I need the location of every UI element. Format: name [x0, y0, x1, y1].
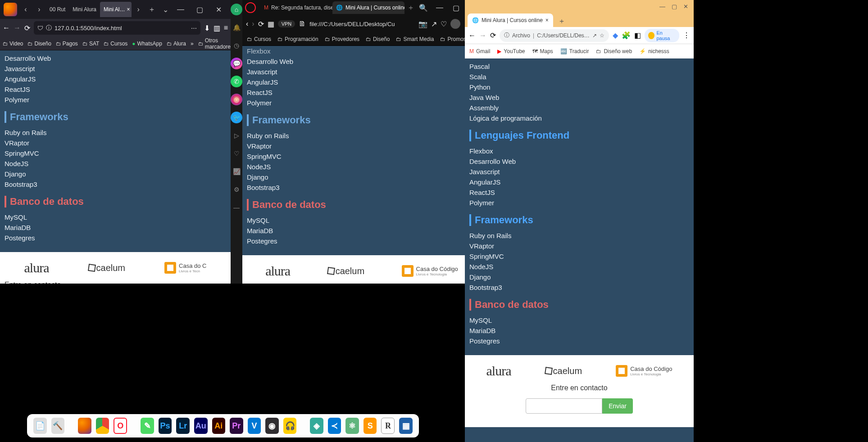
url-input[interactable]: 🛡 ⓘ 127.0.0.1:5500/index.html ⋯ — [34, 21, 200, 35]
list-item[interactable]: SpringMVC — [469, 251, 689, 262]
dock-app-editor-icon[interactable]: ✎ — [141, 418, 154, 434]
bookmark-item[interactable]: ●WhatsApp — [132, 41, 162, 47]
list-item[interactable]: Javascript — [247, 67, 477, 77]
contact-input[interactable] — [526, 398, 602, 414]
list-item[interactable]: Postegres — [469, 336, 689, 346]
list-item[interactable]: Django — [247, 172, 477, 182]
back-icon[interactable]: ← — [468, 32, 476, 40]
meatball-icon[interactable]: ⋯ — [191, 25, 197, 32]
dock-app-virtualbox-icon[interactable]: ▦ — [399, 418, 413, 434]
forward-icon[interactable]: → — [14, 24, 21, 32]
dock-app-xcode-icon[interactable]: 🔨 — [51, 418, 65, 434]
logo-caelum[interactable]: caelum — [88, 263, 125, 273]
reload-icon[interactable]: ⟳ — [258, 20, 264, 28]
list-item[interactable]: Polymer — [469, 198, 689, 208]
profile-pause-badge[interactable]: En pausa — [645, 29, 679, 42]
library-icon[interactable]: ▥ — [214, 24, 220, 32]
share-icon[interactable]: ↗ — [592, 32, 597, 39]
extensions-icon[interactable]: 🧩 — [622, 31, 631, 40]
player-icon[interactable]: ▷ — [231, 130, 242, 141]
list-item[interactable]: Assembly — [469, 103, 689, 113]
list-item[interactable]: Flexbox — [469, 146, 689, 156]
vpn-badge[interactable]: VPN — [278, 20, 295, 27]
url-input[interactable]: ⓘ Archivo | C:/Users/DELL/Des… ↗ ☆ — [500, 29, 609, 42]
list-item[interactable]: Polymer — [5, 95, 226, 105]
dock-app-premiere-icon[interactable]: Pr — [230, 418, 243, 434]
firefox-logo-icon[interactable] — [4, 3, 17, 16]
close-icon[interactable]: × — [545, 17, 549, 23]
list-item[interactable]: Django — [5, 169, 226, 179]
menu-icon[interactable]: ≡ — [224, 24, 228, 32]
list-item[interactable]: Bootstrap3 — [247, 182, 477, 193]
bell-icon[interactable]: 🔔 — [231, 22, 242, 33]
bookmark-item[interactable]: ▶YouTube — [497, 48, 525, 54]
tab-next-icon[interactable]: › — [32, 3, 46, 16]
profile-icon[interactable] — [450, 19, 460, 29]
list-item[interactable]: VRaptor — [469, 241, 689, 251]
star-icon[interactable]: ☆ — [600, 32, 604, 39]
maximize-icon[interactable]: ▢ — [193, 5, 206, 14]
list-item[interactable]: MariaDB — [469, 325, 689, 336]
list-item[interactable]: VRaptor — [247, 141, 477, 151]
list-item[interactable]: Ruby on Rails — [469, 230, 689, 241]
bookmark-item[interactable]: 🗀SAT — [82, 41, 99, 47]
logo-casa-do-codigo[interactable]: Casa do CLivros e Tecn — [164, 262, 206, 274]
snapshot-icon[interactable]: 📷 — [418, 20, 427, 28]
dock-app-audition-icon[interactable]: Au — [194, 418, 208, 434]
extension-icon[interactable]: ◆ — [613, 31, 618, 40]
twitter-icon[interactable]: 🐦 — [231, 112, 242, 123]
opera-logo-icon[interactable] — [245, 2, 256, 13]
heart-icon[interactable]: ♡ — [441, 20, 447, 28]
messenger-icon[interactable]: 💬 — [231, 58, 242, 69]
reload-icon[interactable]: ⟳ — [490, 31, 496, 40]
bookmark-item[interactable]: 🗀Alura — [167, 41, 186, 47]
list-item[interactable]: SpringMVC — [247, 151, 477, 162]
bookmark-item[interactable]: 🗀Provedores — [325, 36, 359, 42]
dock-app-opera-icon[interactable]: O — [114, 418, 127, 434]
bookmark-item[interactable]: 🗀Diseño — [366, 36, 390, 42]
instagram-icon[interactable]: ◎ — [231, 94, 242, 105]
bookmark-item[interactable]: 🗀Video — [3, 41, 23, 47]
logo-casa-do-codigo[interactable]: Casa do CódigoLivros e Tecnologia — [402, 265, 458, 277]
bookmark-item[interactable]: 🗀Pagos — [56, 41, 78, 47]
dock-app-photoshop-icon[interactable]: Ps — [159, 418, 172, 434]
share-icon[interactable]: ↗ — [431, 20, 437, 28]
back-icon[interactable]: ‹ — [246, 20, 248, 28]
dock-app-sync-icon[interactable]: ◈ — [310, 418, 323, 434]
minimize-icon[interactable]: — — [433, 4, 446, 12]
minimize-icon[interactable]: — — [659, 3, 665, 10]
tab-prev-icon[interactable]: ‹ — [19, 3, 32, 16]
dock-app-atom-icon[interactable]: ⚛ — [345, 418, 359, 434]
logo-casa-do-codigo[interactable]: Casa do CódigoLivros e Tecnologia — [616, 365, 672, 377]
whatsapp-icon[interactable]: ✆ — [231, 76, 242, 87]
dock-app-audacity-icon[interactable]: 🎧 — [283, 418, 297, 434]
list-item[interactable]: Java Web — [469, 92, 689, 103]
list-item[interactable]: Javascript — [5, 63, 226, 74]
dock-app-textedit-icon[interactable]: 📄 — [33, 418, 47, 434]
list-item[interactable]: Desarrollo Web — [247, 56, 477, 67]
bookmark-item[interactable]: 🗀Cursos — [247, 36, 271, 42]
list-item[interactable]: MariaDB — [247, 226, 477, 236]
firefox-tab[interactable]: 00 Rut — [46, 2, 69, 17]
firefox-tab-active[interactable]: Mini Al…× — [100, 2, 132, 17]
new-tab-icon[interactable]: ＋ — [556, 15, 568, 27]
list-item[interactable]: ReactJS — [247, 87, 477, 98]
list-item[interactable]: NodeJS — [5, 158, 226, 169]
search-icon[interactable]: 🔍 — [417, 4, 430, 12]
dock-app-firefox-icon[interactable] — [78, 418, 91, 434]
close-icon[interactable]: × — [127, 6, 130, 13]
list-item[interactable]: Postegres — [247, 236, 477, 246]
list-item[interactable]: Flexbox — [247, 46, 477, 56]
dock-app-obs-icon[interactable]: ◉ — [265, 418, 279, 434]
list-item[interactable]: NodeJS — [469, 262, 689, 272]
list-item[interactable]: Javascript — [469, 167, 689, 177]
stats-icon[interactable]: 📈 — [231, 166, 242, 177]
opera-tab[interactable]: MRe: Segunda factura, diseñ…× — [260, 1, 332, 14]
home-icon[interactable]: ⌂ — [231, 4, 242, 15]
overflow-icon[interactable]: » — [191, 41, 194, 47]
maximize-icon[interactable]: ▢ — [450, 4, 462, 12]
list-item[interactable]: AngularJS — [247, 77, 477, 87]
bookmark-other[interactable]: 🗀Otros marcadores — [198, 37, 233, 50]
gear-icon[interactable]: ⚙ — [231, 184, 242, 195]
list-item[interactable]: VRaptor — [5, 138, 226, 148]
